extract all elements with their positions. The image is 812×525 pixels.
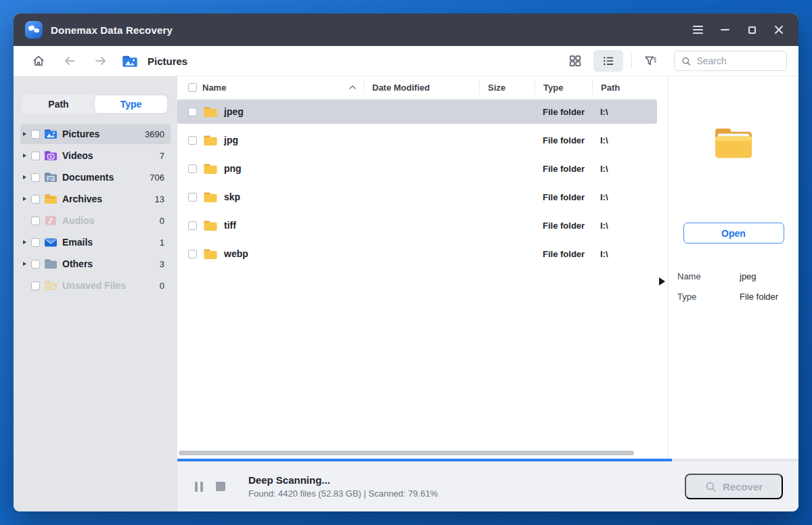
file-path: I:\ bbox=[592, 164, 657, 174]
folder-icon bbox=[203, 191, 218, 203]
sidebar-item-documents[interactable]: Documents 706 bbox=[20, 167, 171, 187]
checkbox[interactable] bbox=[188, 108, 197, 116]
file-row-jpeg[interactable]: jpeg File folder I:\ bbox=[177, 99, 657, 124]
sidebar-item-pictures[interactable]: Pictures 3690 bbox=[20, 124, 171, 144]
close-icon[interactable] bbox=[769, 20, 789, 40]
file-path: I:\ bbox=[592, 192, 657, 202]
checkbox[interactable] bbox=[31, 260, 40, 269]
checkbox[interactable] bbox=[188, 164, 197, 173]
content-row: Name Date Modified Size Type Path j bbox=[177, 76, 798, 461]
category-label: Pictures bbox=[62, 129, 99, 139]
sidebar-item-others[interactable]: Others 3 bbox=[20, 254, 171, 274]
file-name-cell: skp bbox=[177, 191, 363, 203]
sidebar-item-emails[interactable]: Emails 1 bbox=[20, 232, 171, 252]
file-name: tiff bbox=[224, 220, 236, 231]
sidebar-item-audios[interactable]: Audios 0 bbox=[20, 210, 171, 231]
file-row-tiff[interactable]: tiff File folder I:\ bbox=[177, 213, 657, 237]
file-name: skp bbox=[224, 191, 240, 202]
stop-icon[interactable] bbox=[216, 482, 225, 491]
filter-icon[interactable] bbox=[640, 51, 660, 71]
file-type: File folder bbox=[535, 192, 592, 202]
select-all-checkbox[interactable] bbox=[188, 83, 197, 92]
checkbox[interactable] bbox=[188, 193, 197, 202]
horizontal-scrollbar[interactable] bbox=[179, 451, 634, 455]
expand-arrow-icon[interactable] bbox=[23, 262, 31, 266]
scan-status-title: Deep Scanning... bbox=[248, 474, 438, 486]
folder-icon bbox=[203, 135, 218, 146]
preview-fields: Name jpeg Type File folder bbox=[669, 271, 798, 312]
sidebar-item-videos[interactable]: Videos 7 bbox=[20, 145, 171, 166]
menu-icon[interactable] bbox=[687, 20, 708, 40]
file-row-png[interactable]: png File folder I:\ bbox=[177, 156, 657, 181]
checkbox[interactable] bbox=[31, 216, 40, 225]
folder-unsaved-icon bbox=[44, 280, 58, 291]
folder-others-icon bbox=[44, 258, 58, 269]
file-type: File folder bbox=[535, 164, 592, 174]
pause-icon[interactable] bbox=[195, 482, 203, 492]
column-header-type[interactable]: Type bbox=[535, 81, 592, 93]
search-box[interactable] bbox=[674, 51, 787, 71]
expand-arrow-icon[interactable] bbox=[23, 132, 31, 136]
preview-folder-icon bbox=[713, 127, 754, 160]
checkbox[interactable] bbox=[31, 130, 40, 139]
file-path: I:\ bbox=[592, 107, 657, 117]
tab-type[interactable]: Type bbox=[95, 95, 167, 113]
sidebar-item-archives[interactable]: Archives 13 bbox=[20, 189, 171, 209]
expand-arrow-icon[interactable] bbox=[23, 154, 31, 158]
app-title: Donemax Data Recovery bbox=[51, 24, 173, 36]
panel-collapse-icon[interactable] bbox=[659, 277, 665, 286]
category-count: 1 bbox=[160, 237, 164, 248]
checkbox[interactable] bbox=[188, 136, 197, 145]
category-count: 0 bbox=[160, 216, 164, 226]
file-row-jpg[interactable]: jpg File folder I:\ bbox=[177, 128, 657, 152]
toolbar: Pictures bbox=[14, 46, 798, 76]
tab-path[interactable]: Path bbox=[22, 95, 95, 113]
expand-arrow-icon[interactable] bbox=[23, 175, 31, 179]
column-header-size[interactable]: Size bbox=[479, 81, 535, 93]
category-label: Archives bbox=[62, 193, 102, 204]
expand-arrow-icon[interactable] bbox=[23, 240, 31, 244]
checkbox[interactable] bbox=[31, 152, 40, 160]
checkbox[interactable] bbox=[188, 250, 197, 258]
home-icon[interactable] bbox=[28, 51, 49, 71]
category-label: Videos bbox=[62, 150, 93, 161]
file-row-skp[interactable]: skp File folder I:\ bbox=[177, 185, 657, 209]
expand-arrow-icon[interactable] bbox=[23, 197, 31, 201]
category-label: Others bbox=[62, 258, 93, 269]
category-label: Documents bbox=[62, 172, 114, 183]
column-header-date[interactable]: Date Modified bbox=[363, 81, 479, 93]
maximize-icon[interactable] bbox=[742, 20, 762, 40]
checkbox[interactable] bbox=[31, 281, 40, 290]
column-header-name[interactable]: Name bbox=[177, 76, 363, 98]
search-input[interactable] bbox=[696, 55, 780, 66]
checkbox[interactable] bbox=[31, 195, 40, 204]
grid-view-icon[interactable] bbox=[565, 51, 585, 71]
column-header-path[interactable]: Path bbox=[592, 81, 668, 93]
file-row-webp[interactable]: webp File folder I:\ bbox=[177, 242, 657, 266]
folder-icon bbox=[203, 106, 218, 118]
email-icon bbox=[44, 237, 58, 248]
main-column: Name Date Modified Size Type Path j bbox=[177, 76, 798, 511]
caret-up-icon[interactable] bbox=[348, 85, 357, 90]
category-count: 3690 bbox=[145, 129, 164, 139]
back-arrow-icon[interactable] bbox=[60, 51, 80, 71]
category-count: 3 bbox=[160, 259, 164, 269]
file-type: File folder bbox=[535, 249, 592, 259]
open-button[interactable]: Open bbox=[683, 223, 784, 244]
checkbox[interactable] bbox=[31, 173, 40, 182]
list-view-icon[interactable] bbox=[593, 50, 623, 72]
sidebar-item-unsaved-files[interactable]: Unsaved Files 0 bbox=[20, 275, 171, 296]
checkbox[interactable] bbox=[31, 238, 40, 247]
folder-icon bbox=[203, 163, 218, 175]
sidebar: Path Type Pictures 3690 Videos 7 Documen… bbox=[14, 76, 177, 511]
recover-button[interactable]: Recover bbox=[685, 474, 783, 499]
toolbar-divider bbox=[631, 54, 632, 68]
file-path: I:\ bbox=[592, 221, 657, 231]
preview-field-type: Type File folder bbox=[677, 292, 798, 302]
scan-status-detail: Found: 4420 files (52.83 GB) | Scanned: … bbox=[248, 488, 438, 499]
minimize-icon[interactable] bbox=[715, 20, 735, 40]
forward-arrow-icon[interactable] bbox=[91, 51, 111, 71]
category-label: Audios bbox=[62, 215, 94, 226]
file-name: webp bbox=[224, 248, 248, 259]
checkbox[interactable] bbox=[188, 221, 197, 230]
